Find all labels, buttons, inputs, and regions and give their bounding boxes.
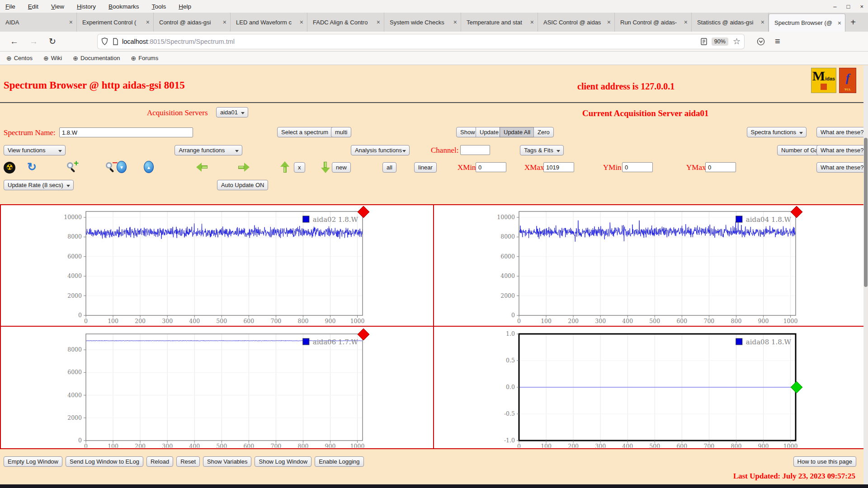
menu-item[interactable]: Edit [28, 3, 38, 10]
radiation-icon[interactable]: ☢ [4, 162, 15, 174]
browser-tab[interactable]: Temperature and stat × [461, 13, 538, 32]
url-bar[interactable]: localhost:8015/Spectrum/Spectrum.tml 90%… [98, 34, 744, 49]
auto-update-button[interactable]: Auto Update ON [217, 180, 268, 190]
browser-tab[interactable]: Run Control @ aidas- × [615, 13, 692, 32]
spectrum-chart-aida08[interactable]: -1.0-0.50.00.51.001002003004005006007008… [434, 327, 867, 448]
zoom-in-icon[interactable]: + [66, 162, 78, 174]
update-button[interactable]: Update [476, 127, 503, 137]
browser-tab[interactable]: AIDA × [0, 13, 77, 32]
zero-button[interactable]: Zero [533, 127, 554, 137]
log-action-button[interactable]: Show Variables [203, 456, 251, 467]
close-icon[interactable]: × [860, 3, 863, 10]
menu-item[interactable]: Tools [152, 3, 166, 10]
tags-fits-dropdown[interactable]: Tags & Fits [520, 145, 563, 155]
bookmark-item[interactable]: ⊕ Centos [6, 55, 33, 62]
acquisition-server-select[interactable]: aida01 [216, 107, 248, 117]
browser-tab[interactable]: FADC Align & Contro × [307, 13, 384, 32]
bookmark-item[interactable]: ⊕ Forums [131, 55, 158, 62]
linear-button[interactable]: linear [414, 162, 437, 173]
spectrum-chart-aida02[interactable]: 0200040006000800010000010020030040050060… [1, 205, 434, 327]
reader-mode-icon[interactable] [701, 38, 707, 45]
multi-button[interactable]: multi [331, 127, 351, 137]
x-button[interactable]: x [294, 162, 305, 173]
log-action-button[interactable]: Show Log Window [255, 456, 311, 467]
menu-item[interactable]: File [5, 3, 15, 10]
spectrum-name-input[interactable] [59, 127, 193, 137]
what-are-these-button[interactable]: What are these? [816, 162, 868, 173]
bookmark-item[interactable]: ⊕ Documentation [73, 55, 120, 62]
channel-input[interactable] [460, 145, 490, 155]
view-functions-dropdown[interactable]: View functions [4, 145, 66, 155]
url-host: localhost [122, 38, 148, 45]
browser-tab[interactable]: Spectrum Browser (@ × [769, 14, 845, 32]
browser-tab[interactable]: ASIC Control @ aidas × [538, 13, 615, 32]
menu-item[interactable]: History [77, 3, 96, 10]
expand-icon[interactable]: ▲ [144, 161, 154, 173]
pocket-icon[interactable] [757, 38, 765, 46]
what-are-these-button[interactable]: What are these? [816, 145, 868, 155]
page-icon[interactable] [113, 38, 118, 45]
bookmark-star-icon[interactable]: ☆ [733, 36, 741, 47]
menu-item[interactable]: View [51, 3, 64, 10]
tab-close-icon[interactable]: × [69, 19, 73, 26]
tab-close-icon[interactable]: × [761, 19, 764, 26]
log-action-button[interactable]: Empty Log Window [4, 456, 62, 467]
arrow-up-icon[interactable] [279, 161, 291, 174]
log-action-button[interactable]: Reload [146, 456, 173, 467]
refresh-icon[interactable]: ↻ [27, 161, 37, 173]
tab-close-icon[interactable]: × [453, 19, 457, 26]
log-action-button[interactable]: Reset [176, 456, 200, 467]
arrow-down-icon[interactable] [320, 161, 331, 174]
analysis-functions-dropdown[interactable]: Analysis functions [351, 145, 410, 155]
tab-close-icon[interactable]: × [300, 19, 303, 26]
xmin-input[interactable] [476, 162, 506, 172]
zoom-out-icon[interactable]: − [105, 162, 117, 174]
spectrum-chart-aida06[interactable]: 0200040006000800001002003004005006007008… [1, 327, 434, 448]
update-rate-dropdown[interactable]: Update Rate (8 secs) [4, 180, 74, 190]
new-button[interactable]: new [332, 162, 351, 173]
tab-close-icon[interactable]: × [377, 19, 380, 26]
update-all-button[interactable]: Update All [500, 127, 534, 137]
tab-close-icon[interactable]: × [607, 19, 611, 26]
all-button[interactable]: all [382, 162, 396, 173]
select-spectrum-dropdown[interactable]: Select a spectrum [277, 127, 339, 137]
xmax-input[interactable] [543, 162, 574, 172]
tab-close-icon[interactable]: × [530, 19, 534, 26]
new-tab-button[interactable]: + [845, 13, 861, 32]
shield-icon[interactable] [101, 38, 108, 45]
browser-tab[interactable]: System wide Checks × [384, 13, 461, 32]
browser-tab[interactable]: Statistics @ aidas-gsi × [692, 13, 769, 32]
page-scrollbar[interactable] [863, 66, 868, 484]
zoom-level-badge[interactable]: 90% [712, 38, 728, 46]
log-action-button[interactable]: Send Log Window to ELog [66, 456, 143, 467]
spectra-functions-dropdown[interactable]: Spectra functions [747, 127, 807, 137]
menu-item[interactable]: Help [179, 3, 191, 10]
spectrum-chart-aida04[interactable]: 0200040006000800010000010020030040050060… [434, 205, 867, 327]
hamburger-menu-icon[interactable]: ≡ [775, 36, 780, 47]
arrow-right-icon[interactable] [237, 161, 250, 173]
maximize-icon[interactable]: □ [847, 3, 850, 10]
log-action-button[interactable]: Enable Logging [315, 456, 363, 467]
tcl-logo[interactable]: f TCL [839, 68, 856, 93]
reload-icon[interactable]: ↻ [49, 36, 56, 47]
back-icon[interactable]: ← [10, 37, 19, 47]
arrange-functions-dropdown[interactable]: Arrange functions [175, 145, 242, 155]
browser-tab[interactable]: LED and Waveform c × [231, 13, 307, 32]
tab-close-icon[interactable]: × [223, 19, 226, 26]
how-to-use-button[interactable]: How to use this page [793, 456, 856, 467]
browser-tab[interactable]: Experiment Control ( × [77, 13, 154, 32]
collapse-icon[interactable]: ▼ [117, 161, 127, 173]
menu-item[interactable]: Bookmarks [108, 3, 139, 10]
browser-tab[interactable]: Control @ aidas-gsi × [154, 13, 231, 32]
minimize-icon[interactable]: – [833, 3, 836, 10]
arrow-left-icon[interactable] [196, 161, 208, 173]
tab-close-icon[interactable]: × [684, 19, 688, 26]
tab-close-icon[interactable]: × [838, 19, 841, 27]
scrollbar-thumb[interactable] [864, 138, 868, 287]
tab-close-icon[interactable]: × [146, 19, 150, 26]
bookmark-item[interactable]: ⊕ Wiki [43, 55, 62, 62]
what-are-these-button[interactable]: What are these? [816, 127, 868, 137]
ymin-input[interactable] [622, 162, 653, 172]
midas-logo[interactable]: Midas [811, 68, 836, 93]
ymax-input[interactable] [705, 162, 736, 172]
